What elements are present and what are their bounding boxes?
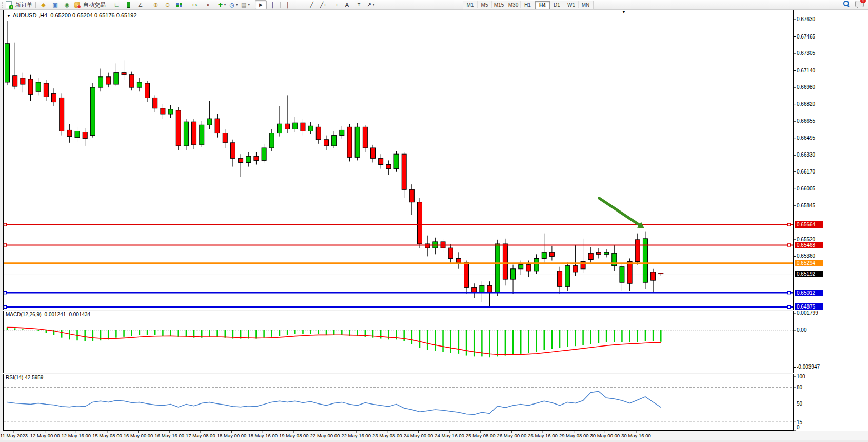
chevron-down-icon: ▾	[373, 3, 375, 7]
profile-icon[interactable]: ▣	[49, 0, 61, 9]
mt4-window: +新订单◆▣◉自动交易∟∠⊕⊖↦⇥✚▾◷▾▤▾►┼│─╱╱E≡FAT↗▾ M1M…	[0, 0, 868, 442]
trendline-button[interactable]: ╱	[306, 0, 318, 9]
crosshair-button[interactable]: ┼	[267, 0, 279, 9]
tile-cell	[180, 3, 182, 5]
mql5-icon[interactable]: ◆	[37, 0, 49, 9]
timeframe-m1[interactable]: M1	[463, 1, 478, 8]
time-tick-label: 26 May 16:00	[528, 433, 558, 438]
timeframe-h1[interactable]: H1	[521, 1, 535, 8]
time-tick-label: 15 May 08:00	[92, 433, 122, 438]
time-tick-label: 24 May 00:00	[404, 433, 433, 438]
new-order-label: 新订单	[15, 1, 32, 9]
timeframe-m30[interactable]: M30	[506, 1, 521, 8]
toolbar-separator	[187, 2, 187, 8]
macd-label: MACD(12,26,9) -0.001241 -0.001434	[6, 312, 90, 317]
main-chart-pane[interactable]	[3, 9, 794, 310]
timeframe-w1[interactable]: W1	[564, 1, 579, 8]
text-button[interactable]: A	[341, 0, 353, 9]
crosshair-icon: ┼	[271, 2, 275, 8]
macd-tick-label: 0.00	[797, 327, 806, 333]
chevron-down-icon: ▾	[236, 3, 238, 7]
tile-windows-button[interactable]	[173, 0, 185, 9]
price-tick-label: 0.67630	[797, 16, 815, 22]
timeframe-mn[interactable]: MN	[579, 1, 593, 8]
price-line-label: 0.65468	[795, 242, 823, 248]
time-tick-label: 16 May 00:00	[124, 433, 153, 438]
chart-shift-icon: ⇥	[204, 2, 209, 8]
trendline-icon: ╱	[310, 2, 313, 8]
symbol-dropdown-icon[interactable]: ▼	[7, 14, 11, 18]
tool-subscript: F	[337, 3, 339, 7]
time-tick-label: 30 May 00:00	[590, 433, 620, 438]
search-icon[interactable]	[843, 1, 850, 7]
arrows-button[interactable]: ↗▾	[365, 0, 377, 9]
vline-button[interactable]: │	[282, 0, 294, 9]
rsi-tick-label: 80	[797, 385, 802, 390]
toolbar-separator	[214, 2, 214, 8]
new-order-icon: +	[6, 1, 12, 8]
line-chart-button[interactable]: ∠	[134, 0, 146, 9]
tile-cell	[180, 5, 182, 7]
bar-chart-button[interactable]: ∟	[111, 0, 123, 9]
templates-icon: ▤	[241, 2, 246, 8]
toolbar-separator	[253, 2, 253, 8]
time-tick-label: 18 May 16:00	[248, 433, 278, 438]
notifications-icon[interactable]: ◉	[61, 0, 73, 9]
zoom-in-icon: ⊕	[153, 2, 158, 8]
zoom-out-button[interactable]: ⊖	[162, 0, 173, 9]
candle-wick	[128, 1, 128, 9]
fibo-button[interactable]: ≡F	[329, 0, 341, 9]
timeframe-m15[interactable]: M15	[492, 1, 506, 8]
time-tick-label: 18 May 00:00	[217, 433, 247, 438]
auto-scroll-icon: ↦	[192, 2, 197, 8]
tile-windows-icon	[176, 3, 182, 7]
price-tick-label: 0.66980	[797, 84, 815, 90]
timeframe-d1[interactable]: D1	[550, 1, 564, 8]
candle-icon	[127, 2, 130, 8]
vline-icon: │	[286, 2, 290, 8]
price-line-label: 0.65664	[795, 221, 823, 228]
zoom-in-button[interactable]: ⊕	[150, 0, 162, 9]
window-bottom-edge	[0, 440, 868, 442]
templates-button[interactable]: ▤▾	[240, 0, 251, 9]
text-icon: A	[345, 2, 349, 8]
label-button[interactable]: T	[353, 0, 365, 9]
chat-icon[interactable]: 1	[855, 1, 864, 7]
price-line-label: 0.65294	[795, 260, 823, 266]
autotrade-icon	[74, 2, 80, 8]
channel-button[interactable]: ╱E	[318, 0, 329, 9]
toolbar-separator	[280, 2, 281, 8]
periods-button[interactable]: ◷▾	[228, 0, 240, 9]
indicators-button[interactable]: ✚▾	[216, 0, 228, 9]
plus-icon: +	[9, 5, 13, 9]
cursor-icon: ►	[258, 2, 264, 8]
hline-button[interactable]: ─	[294, 0, 306, 9]
autotrade-status-dot	[77, 5, 81, 9]
search-handle	[847, 5, 850, 7]
timeframe-group: M1M5M15M30H1H4D1W1MN	[463, 1, 594, 10]
chart-shift-marker[interactable]: ▼	[622, 10, 626, 14]
rsi-pane[interactable]	[3, 374, 794, 431]
chevron-down-icon: ▾	[248, 3, 250, 7]
timeframe-m5[interactable]: M5	[478, 1, 492, 8]
price-tick-label: 0.66005	[797, 186, 815, 191]
price-tick-label: 0.66495	[797, 135, 815, 141]
new-order-button[interactable]: +新订单	[4, 0, 34, 9]
autotrade-label: 自动交易	[83, 1, 106, 9]
macd-tick-label: -0.003947	[797, 364, 820, 370]
time-tick-label: 29 May 08:00	[559, 433, 589, 438]
price-tick-label: 0.67140	[797, 68, 815, 73]
time-tick-label: 11 May 2023	[0, 433, 28, 438]
candle-chart-button[interactable]	[123, 0, 134, 9]
autotrade-button[interactable]: 自动交易	[73, 0, 107, 9]
price-line-label: 0.65012	[795, 290, 823, 296]
macd-pane[interactable]	[3, 311, 794, 373]
chart-shift-button[interactable]: ⇥	[201, 0, 212, 9]
periods-icon: ◷	[229, 2, 234, 8]
price-tick-label: 0.66330	[797, 152, 815, 158]
cursor-button[interactable]: ►	[255, 0, 267, 9]
chat-badge: 1	[860, 0, 866, 3]
chart-title: ▼AUDUSD-,H4 0.65200 0.65204 0.65176 0.65…	[7, 12, 137, 18]
auto-scroll-button[interactable]: ↦	[189, 0, 201, 9]
timeframe-h4[interactable]: H4	[535, 1, 550, 9]
